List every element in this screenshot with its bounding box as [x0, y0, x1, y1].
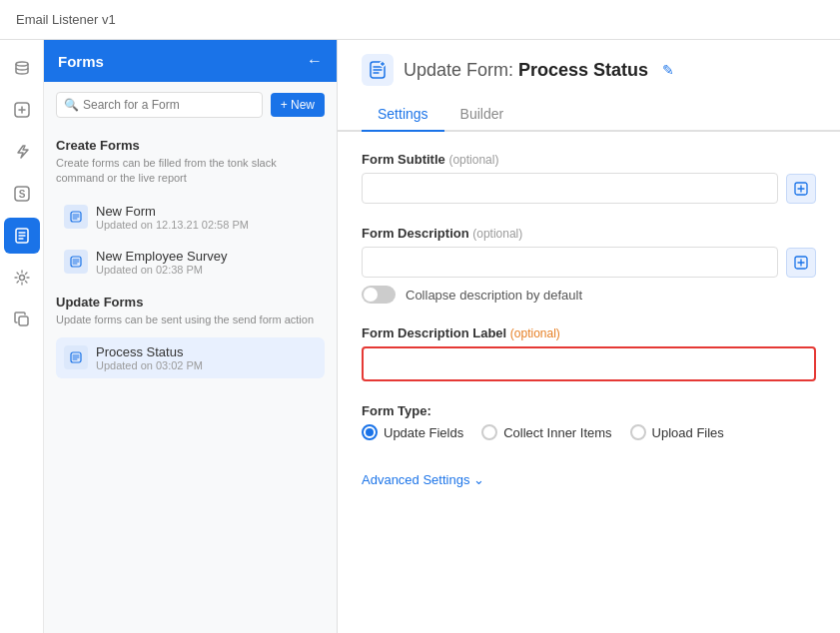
tabs: Settings Builder [338, 98, 840, 132]
app-title: Email Listener v1 [16, 12, 116, 27]
form-item-info: New Form Updated on 12.13.21 02:58 PM [96, 204, 249, 231]
create-forms-title: Create Forms [56, 138, 325, 153]
create-forms-desc: Create forms can be filled from the tonk… [56, 156, 325, 187]
form-item-process-status[interactable]: Process Status Updated on 03:02 PM [56, 337, 325, 378]
radio-update-fields[interactable]: Update Fields [362, 424, 463, 440]
form-type-group: Form Type: Update Fields Collect Inner I… [362, 403, 816, 440]
advanced-settings-link[interactable]: Advanced Settings ⌄ [362, 472, 484, 487]
forms-sidebar: Forms ← 🔍 New Create Forms Create forms … [44, 40, 338, 633]
tab-builder[interactable]: Builder [444, 98, 520, 132]
radio-label-upload-files: Upload Files [652, 425, 724, 440]
page-header: Update Form: Process Status ✎ [338, 40, 840, 86]
form-description-label-group: Form Description Label (optional) Descri… [362, 325, 816, 381]
form-item-date: Updated on 12.13.21 02:58 PM [96, 219, 249, 231]
form-description-input-wrap [362, 247, 816, 278]
radio-collect-inner[interactable]: Collect Inner Items [481, 424, 611, 440]
sidebar-icon-copy[interactable] [4, 302, 40, 337]
new-button[interactable]: New [271, 93, 325, 117]
top-bar: Email Listener v1 [0, 0, 840, 40]
svg-point-0 [16, 62, 28, 66]
sidebar-icon-settings[interactable] [4, 260, 40, 296]
form-description-group: Form Description (optional) Co [362, 226, 816, 304]
form-type-options: Update Fields Collect Inner Items Upload… [362, 424, 816, 440]
page-header-title: Process Status [518, 60, 648, 80]
form-item-new-form[interactable]: New Form Updated on 12.13.21 02:58 PM [56, 197, 325, 238]
form-item-info-3: Process Status Updated on 03:02 PM [96, 344, 203, 371]
form-item-name: New Form [96, 204, 249, 219]
page-header-prefix: Update Form: [404, 60, 513, 80]
form-subtitle-input-wrap [362, 173, 816, 204]
collapse-description-row: Collapse description by default [362, 286, 816, 304]
form-item-icon-2 [64, 250, 88, 274]
form-item-name-3: Process Status [96, 344, 203, 359]
sidebar-icon-lightning[interactable] [4, 134, 40, 170]
back-icon[interactable]: ← [307, 52, 323, 70]
form-item-date-3: Updated on 03:02 PM [96, 359, 203, 371]
radio-label-collect-inner: Collect Inner Items [503, 425, 611, 440]
sidebar-icon-add[interactable] [4, 92, 40, 128]
chevron-down-icon: ⌄ [473, 472, 484, 487]
edit-icon[interactable]: ✎ [662, 62, 674, 78]
page-header-icon [362, 54, 394, 86]
tab-settings[interactable]: Settings [362, 98, 444, 132]
icon-sidebar: S [0, 40, 44, 633]
radio-upload-files[interactable]: Upload Files [630, 424, 724, 440]
form-description-label: Form Description (optional) [362, 226, 816, 241]
form-item-info-2: New Employee Survey Updated on 02:38 PM [96, 249, 228, 276]
svg-rect-6 [19, 316, 28, 325]
form-description-label-input[interactable]: Description [362, 346, 816, 381]
advanced-settings-text: Advanced Settings [362, 472, 469, 487]
form-subtitle-label: Form Subtitle (optional) [362, 152, 816, 167]
forms-sidebar-header: Forms ← [44, 40, 337, 82]
form-type-label: Form Type: [362, 403, 816, 418]
form-settings: Form Subtitle (optional) Form Descriptio… [338, 132, 840, 633]
form-description-label-title: Form Description Label (optional) [362, 325, 816, 340]
radio-circle-collect-inner [481, 424, 497, 440]
main-content: Update Form: Process Status ✎ Settings B… [338, 40, 840, 633]
sidebar-icon-database[interactable] [4, 50, 40, 86]
form-item-name-2: New Employee Survey [96, 249, 228, 264]
svg-text:S: S [18, 189, 25, 200]
radio-circle-update-fields [362, 424, 378, 440]
form-subtitle-group: Form Subtitle (optional) [362, 152, 816, 204]
svg-point-5 [19, 276, 24, 281]
sidebar-icon-s[interactable]: S [4, 176, 40, 212]
toggle-knob [364, 288, 378, 302]
radio-dot-update-fields [366, 428, 374, 436]
form-item-employee-survey[interactable]: New Employee Survey Updated on 02:38 PM [56, 242, 325, 283]
form-item-icon-3 [64, 345, 88, 369]
form-subtitle-input[interactable] [362, 173, 778, 204]
form-item-icon [64, 205, 88, 229]
form-description-action[interactable] [786, 248, 816, 278]
collapse-description-toggle[interactable] [362, 286, 396, 304]
sidebar-icon-forms[interactable] [4, 218, 40, 254]
search-bar: 🔍 New [44, 82, 337, 128]
search-input[interactable] [56, 92, 263, 118]
main-layout: S Forms ← [0, 40, 840, 633]
form-item-date-2: Updated on 02:38 PM [96, 264, 228, 276]
update-forms-title: Update Forms [56, 295, 325, 310]
page-header-text: Update Form: Process Status [404, 60, 648, 81]
radio-label-update-fields: Update Fields [384, 425, 463, 440]
radio-circle-upload-files [630, 424, 646, 440]
collapse-description-label: Collapse description by default [406, 288, 582, 303]
search-input-wrap: 🔍 [56, 92, 263, 118]
forms-sidebar-title: Forms [58, 53, 104, 70]
form-description-input[interactable] [362, 247, 778, 278]
update-forms-desc: Update forms can be sent using the send … [56, 313, 325, 327]
search-icon: 🔍 [64, 98, 79, 112]
sidebar-content: Create Forms Create forms can be filled … [44, 128, 337, 633]
form-subtitle-action[interactable] [786, 174, 816, 204]
